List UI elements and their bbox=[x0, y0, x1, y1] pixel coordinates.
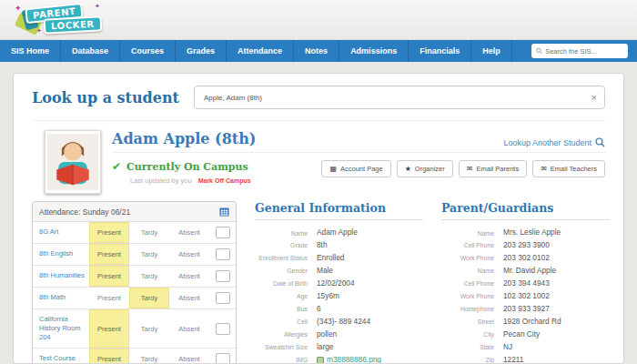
field-label: Cell bbox=[255, 318, 308, 327]
info-row: Zip12211 bbox=[441, 356, 610, 364]
field-value: NJ bbox=[503, 343, 610, 352]
star-icon: ✦ bbox=[36, 27, 42, 35]
table-icon: ▦ bbox=[329, 166, 337, 173]
info-row: Street1928 Orchard Rd bbox=[441, 318, 610, 327]
attendance-option-present[interactable]: Present bbox=[89, 288, 129, 308]
field-label: Work Phone bbox=[441, 254, 494, 263]
info-row: CityPecan City bbox=[441, 330, 610, 339]
field-value: 203 394 4943 bbox=[503, 279, 610, 288]
info-row: Bus6 bbox=[255, 305, 423, 314]
general-info-title: General Information bbox=[255, 201, 423, 220]
lookup-another-link[interactable]: Lookup Another Student bbox=[503, 137, 605, 147]
student-lookup-input[interactable] bbox=[194, 86, 605, 109]
field-label: Homephone bbox=[441, 305, 494, 314]
attendance-option-tardy[interactable]: Tardy bbox=[129, 309, 169, 348]
nav-item-help[interactable]: Help bbox=[471, 40, 512, 62]
nav-item-attendance[interactable]: Attendance bbox=[227, 40, 294, 62]
mark-off-campus-link[interactable]: Mark Off Campus bbox=[198, 177, 251, 184]
attendance-option-absent[interactable]: Absent bbox=[169, 349, 209, 364]
content-columns: Attendance: Sunday 06/21 8G ArtPresentTa… bbox=[32, 194, 605, 364]
attendance-note-cell bbox=[209, 349, 236, 364]
attendance-option-tardy[interactable]: Tardy bbox=[129, 244, 169, 265]
attendance-option-absent[interactable]: Absent bbox=[169, 266, 209, 287]
attachment-link[interactable]: m38888886.png bbox=[317, 356, 423, 364]
mail-icon: ✉ bbox=[467, 166, 473, 173]
field-value: 12/02/2004 bbox=[317, 279, 423, 288]
course-link[interactable]: Test Course bbox=[33, 349, 89, 364]
attendance-option-tardy[interactable]: Tardy bbox=[129, 266, 169, 287]
attendance-note-input[interactable] bbox=[216, 353, 230, 364]
info-row: Cell Phone203 293 3900 bbox=[441, 241, 610, 250]
student-photo bbox=[45, 130, 101, 194]
info-row: NameMrs. Leslie Apple bbox=[441, 228, 610, 238]
nav-item-notes[interactable]: Notes bbox=[294, 40, 339, 62]
star-icon: ★ bbox=[405, 166, 411, 173]
image-icon bbox=[317, 357, 324, 364]
info-row: Enrollment StatusEnrolled bbox=[255, 254, 423, 263]
student-lookup-field: × bbox=[194, 86, 605, 109]
sis-search-input[interactable] bbox=[545, 47, 623, 56]
course-link[interactable]: 8G Art bbox=[33, 222, 89, 243]
attendance-option-present[interactable]: Present bbox=[89, 349, 129, 364]
info-row: IMGm38888886.png bbox=[255, 356, 423, 364]
search-box[interactable] bbox=[531, 44, 628, 58]
attendance-option-present[interactable]: Present bbox=[89, 309, 129, 348]
attendance-option-present[interactable]: Present bbox=[89, 244, 129, 265]
clear-icon[interactable]: × bbox=[592, 93, 597, 103]
attendance-note-input[interactable] bbox=[216, 248, 230, 260]
attendance-option-tardy[interactable]: Tardy bbox=[129, 349, 169, 364]
attendance-option-present[interactable]: Present bbox=[89, 266, 129, 287]
field-value: 6 bbox=[317, 305, 423, 314]
field-label: IMG bbox=[255, 356, 308, 364]
nav-item-database[interactable]: Database bbox=[61, 40, 120, 62]
course-link[interactable]: 8th Humanities bbox=[33, 266, 89, 287]
field-label: Cell Phone bbox=[441, 241, 494, 250]
attendance-option-absent[interactable]: Absent bbox=[169, 288, 209, 308]
course-link[interactable]: California History Room 204 bbox=[33, 309, 89, 348]
account-page-button[interactable]: ▦Account Page bbox=[321, 160, 390, 177]
attendance-note-input[interactable] bbox=[216, 270, 230, 282]
course-link[interactable]: 8th English bbox=[33, 244, 89, 265]
email-parents-button[interactable]: ✉Email Parents bbox=[459, 160, 527, 177]
field-value: Mr. David Apple bbox=[503, 267, 610, 276]
info-row: Homephone203 933 3927 bbox=[441, 305, 610, 314]
field-label: Name bbox=[255, 228, 308, 238]
student-actions: ▦Account Page★Organizer✉Email Parents✉Em… bbox=[321, 160, 605, 177]
attendance-option-absent[interactable]: Absent bbox=[169, 309, 209, 348]
attendance-option-absent[interactable]: Absent bbox=[169, 244, 209, 265]
parentlocker-logo[interactable]: ✦ ✦ ✦ PARENT LOCKER bbox=[11, 2, 111, 38]
organizer-button[interactable]: ★Organizer bbox=[397, 160, 453, 177]
field-value: 1928 Orchard Rd bbox=[503, 318, 610, 327]
attendance-note-input[interactable] bbox=[216, 323, 230, 335]
attendance-row: California History Room 204PresentTardyA… bbox=[33, 309, 236, 349]
info-row: NameAdam Apple bbox=[255, 228, 423, 238]
nav-item-grades[interactable]: Grades bbox=[176, 40, 227, 62]
attendance-note-input[interactable] bbox=[216, 227, 230, 238]
attendance-note-cell bbox=[209, 266, 236, 287]
field-label: Street bbox=[441, 318, 494, 327]
student-status-row: ✔ Currently On Campus Last updated by yo… bbox=[112, 153, 605, 185]
logo-text-locker: LOCKER bbox=[44, 15, 103, 34]
nav-item-courses[interactable]: Courses bbox=[120, 40, 176, 62]
nav-item-financials[interactable]: Financials bbox=[409, 40, 471, 62]
attendance-option-tardy[interactable]: Tardy bbox=[129, 288, 169, 308]
parents-title: Parent/Guardians bbox=[441, 201, 610, 220]
nav-item-sis-home[interactable]: SIS Home bbox=[0, 40, 61, 62]
email-teachers-button[interactable]: ✉Email Teachers bbox=[532, 160, 605, 177]
lookup-another-label: Lookup Another Student bbox=[503, 138, 592, 147]
attendance-note-cell bbox=[209, 288, 236, 308]
field-value: (343)- 889 4244 bbox=[317, 318, 423, 327]
button-label: Email Parents bbox=[476, 165, 519, 173]
nav-item-admissions[interactable]: Admissions bbox=[339, 40, 409, 62]
attendance-option-absent[interactable]: Absent bbox=[169, 222, 209, 243]
info-row: Cell(343)- 889 4244 bbox=[255, 318, 423, 327]
attendance-option-tardy[interactable]: Tardy bbox=[129, 222, 169, 243]
attendance-option-present[interactable]: Present bbox=[89, 222, 129, 243]
attendance-note-input[interactable] bbox=[216, 292, 230, 304]
course-link[interactable]: 8th Math bbox=[33, 288, 89, 308]
field-label: Bus bbox=[255, 305, 308, 314]
calendar-icon[interactable] bbox=[219, 207, 229, 217]
nav-items: SIS HomeDatabaseCoursesGradesAttendanceN… bbox=[0, 40, 512, 62]
field-label: Sweatshirt Size bbox=[255, 343, 308, 352]
field-value: large bbox=[317, 343, 423, 352]
